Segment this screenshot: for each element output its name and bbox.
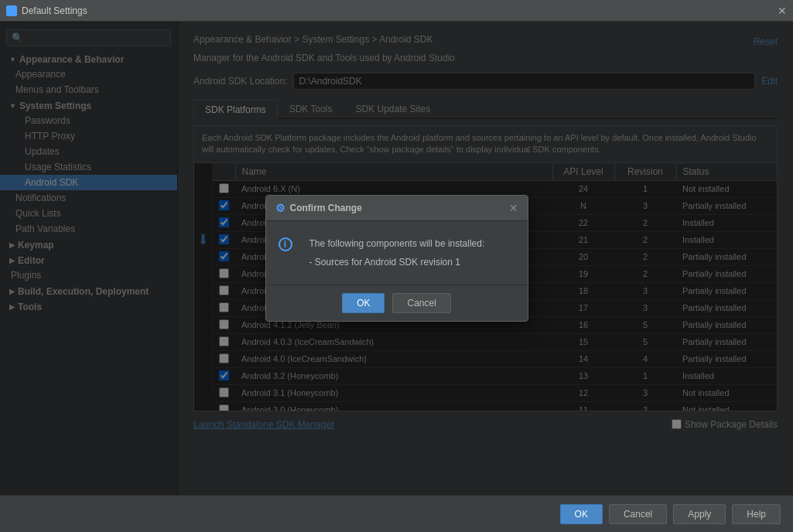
modal-title-icon: ⚙ (275, 202, 285, 214)
modal-close-button[interactable]: ✕ (509, 202, 518, 214)
app-icon (6, 5, 17, 16)
close-button[interactable]: ✕ (778, 5, 787, 17)
modal-cancel-button[interactable]: Cancel (392, 293, 450, 313)
modal-ok-button[interactable]: OK (342, 293, 385, 313)
modal-info-icon: i (279, 237, 292, 251)
title-bar: Default Settings ✕ (0, 0, 793, 22)
apply-button[interactable]: Apply (673, 504, 726, 524)
bottom-bar: OK Cancel Apply Help (0, 495, 793, 532)
confirm-modal: ⚙ Confirm Change ✕ i The following compo… (265, 195, 528, 322)
modal-title: ⚙ Confirm Change (275, 202, 362, 214)
modal-body: i The following components will be insta… (266, 221, 528, 285)
help-button[interactable]: Help (732, 504, 781, 524)
ok-button[interactable]: OK (560, 504, 603, 524)
modal-title-bar: ⚙ Confirm Change ✕ (266, 196, 528, 221)
modal-message-line2: - Sources for Android SDK revision 1 (309, 255, 485, 269)
modal-overlay: ⚙ Confirm Change ✕ i The following compo… (0, 22, 793, 495)
cancel-button[interactable]: Cancel (609, 504, 667, 524)
modal-footer: OK Cancel (266, 285, 528, 321)
modal-message-line1: The following components will be install… (309, 237, 485, 251)
window-title: Default Settings (22, 5, 87, 16)
